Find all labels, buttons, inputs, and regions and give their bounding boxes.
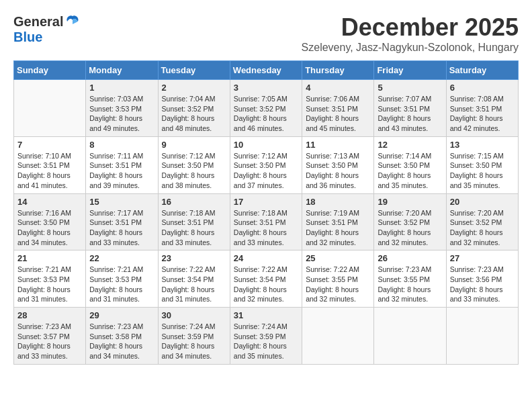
day-number: 13 xyxy=(450,140,515,150)
day-number: 5 xyxy=(378,83,442,93)
day-number: 24 xyxy=(234,253,298,263)
day-info: Sunrise: 7:13 AM Sunset: 3:50 PM Dayligh… xyxy=(306,151,370,191)
day-info: Sunrise: 7:14 AM Sunset: 3:50 PM Dayligh… xyxy=(378,151,442,191)
calendar-day-cell: 29Sunrise: 7:23 AM Sunset: 3:58 PM Dayli… xyxy=(86,308,158,365)
day-number: 9 xyxy=(162,140,226,150)
day-info: Sunrise: 7:23 AM Sunset: 3:58 PM Dayligh… xyxy=(89,322,154,361)
calendar-day-cell xyxy=(302,308,374,365)
day-number: 18 xyxy=(306,197,370,207)
day-info: Sunrise: 7:06 AM Sunset: 3:51 PM Dayligh… xyxy=(306,94,370,134)
logo-bird-icon xyxy=(64,13,81,30)
day-number: 6 xyxy=(450,83,515,93)
calendar-day-cell: 5Sunrise: 7:07 AM Sunset: 3:51 PM Daylig… xyxy=(374,80,446,137)
day-number: 16 xyxy=(162,197,226,207)
calendar-week-row: 7Sunrise: 7:10 AM Sunset: 3:51 PM Daylig… xyxy=(14,136,519,193)
day-number: 7 xyxy=(17,140,82,150)
calendar-day-cell: 12Sunrise: 7:14 AM Sunset: 3:50 PM Dayli… xyxy=(374,136,446,193)
calendar-day-cell: 20Sunrise: 7:20 AM Sunset: 3:52 PM Dayli… xyxy=(446,193,518,250)
calendar-header-cell: Thursday xyxy=(302,61,374,80)
calendar-header-cell: Tuesday xyxy=(158,61,230,80)
day-info: Sunrise: 7:21 AM Sunset: 3:53 PM Dayligh… xyxy=(89,265,154,304)
calendar-day-cell: 10Sunrise: 7:12 AM Sunset: 3:50 PM Dayli… xyxy=(230,136,302,193)
calendar-day-cell: 19Sunrise: 7:20 AM Sunset: 3:52 PM Dayli… xyxy=(374,193,446,250)
day-number: 26 xyxy=(378,253,442,263)
day-info: Sunrise: 7:24 AM Sunset: 3:59 PM Dayligh… xyxy=(162,322,226,361)
day-number: 1 xyxy=(89,83,154,93)
calendar-body: 1Sunrise: 7:03 AM Sunset: 3:53 PM Daylig… xyxy=(14,80,519,365)
day-number: 30 xyxy=(162,310,226,320)
day-info: Sunrise: 7:15 AM Sunset: 3:50 PM Dayligh… xyxy=(450,151,515,191)
calendar-day-cell: 27Sunrise: 7:23 AM Sunset: 3:56 PM Dayli… xyxy=(446,250,518,308)
calendar-day-cell: 6Sunrise: 7:08 AM Sunset: 3:51 PM Daylig… xyxy=(446,80,518,137)
day-number: 8 xyxy=(89,140,154,150)
calendar-header-cell: Saturday xyxy=(446,61,518,80)
calendar-day-cell: 16Sunrise: 7:18 AM Sunset: 3:51 PM Dayli… xyxy=(158,193,230,250)
calendar-header-cell: Friday xyxy=(374,61,446,80)
day-number: 10 xyxy=(234,140,298,150)
logo-general-text: General xyxy=(13,14,63,30)
calendar-day-cell: 22Sunrise: 7:21 AM Sunset: 3:53 PM Dayli… xyxy=(86,250,158,308)
calendar-day-cell: 4Sunrise: 7:06 AM Sunset: 3:51 PM Daylig… xyxy=(302,80,374,137)
day-number: 21 xyxy=(17,253,82,263)
day-number: 11 xyxy=(306,140,370,150)
calendar-table: SundayMondayTuesdayWednesdayThursdayFrid… xyxy=(13,60,519,365)
day-info: Sunrise: 7:20 AM Sunset: 3:52 PM Dayligh… xyxy=(450,208,515,248)
day-info: Sunrise: 7:22 AM Sunset: 3:54 PM Dayligh… xyxy=(162,265,226,304)
day-number: 19 xyxy=(378,197,442,207)
day-info: Sunrise: 7:18 AM Sunset: 3:51 PM Dayligh… xyxy=(162,208,226,248)
calendar-day-cell: 30Sunrise: 7:24 AM Sunset: 3:59 PM Dayli… xyxy=(158,308,230,365)
calendar-day-cell: 7Sunrise: 7:10 AM Sunset: 3:51 PM Daylig… xyxy=(14,136,86,193)
day-info: Sunrise: 7:03 AM Sunset: 3:53 PM Dayligh… xyxy=(89,94,154,134)
calendar-day-cell: 28Sunrise: 7:23 AM Sunset: 3:57 PM Dayli… xyxy=(14,308,86,365)
day-info: Sunrise: 7:22 AM Sunset: 3:54 PM Dayligh… xyxy=(234,265,298,304)
calendar-header-cell: Sunday xyxy=(14,61,86,80)
day-number: 2 xyxy=(162,83,226,93)
month-title: December 2025 xyxy=(302,13,519,42)
day-info: Sunrise: 7:05 AM Sunset: 3:52 PM Dayligh… xyxy=(234,94,298,134)
calendar-day-cell xyxy=(446,308,518,365)
day-info: Sunrise: 7:23 AM Sunset: 3:57 PM Dayligh… xyxy=(17,322,82,361)
day-number: 28 xyxy=(17,310,82,320)
calendar-day-cell: 23Sunrise: 7:22 AM Sunset: 3:54 PM Dayli… xyxy=(158,250,230,308)
day-number: 20 xyxy=(450,197,515,207)
calendar-week-row: 28Sunrise: 7:23 AM Sunset: 3:57 PM Dayli… xyxy=(14,308,519,365)
calendar-day-cell: 13Sunrise: 7:15 AM Sunset: 3:50 PM Dayli… xyxy=(446,136,518,193)
calendar-day-cell: 26Sunrise: 7:23 AM Sunset: 3:55 PM Dayli… xyxy=(374,250,446,308)
logo: General Blue xyxy=(13,13,81,45)
page-header: General Blue December 2025 Szeleveny, Ja… xyxy=(13,13,519,54)
calendar-day-cell: 3Sunrise: 7:05 AM Sunset: 3:52 PM Daylig… xyxy=(230,80,302,137)
day-info: Sunrise: 7:16 AM Sunset: 3:50 PM Dayligh… xyxy=(17,208,82,248)
day-number: 31 xyxy=(234,310,298,320)
day-number: 12 xyxy=(378,140,442,150)
day-info: Sunrise: 7:23 AM Sunset: 3:56 PM Dayligh… xyxy=(450,265,515,304)
day-number: 23 xyxy=(162,253,226,263)
calendar-day-cell: 18Sunrise: 7:19 AM Sunset: 3:51 PM Dayli… xyxy=(302,193,374,250)
calendar-day-cell xyxy=(14,80,86,137)
calendar-week-row: 14Sunrise: 7:16 AM Sunset: 3:50 PM Dayli… xyxy=(14,193,519,250)
day-info: Sunrise: 7:12 AM Sunset: 3:50 PM Dayligh… xyxy=(162,151,226,191)
calendar-day-cell: 25Sunrise: 7:22 AM Sunset: 3:55 PM Dayli… xyxy=(302,250,374,308)
day-info: Sunrise: 7:11 AM Sunset: 3:51 PM Dayligh… xyxy=(89,151,154,191)
day-number: 14 xyxy=(17,197,82,207)
calendar-header-row: SundayMondayTuesdayWednesdayThursdayFrid… xyxy=(14,61,519,80)
day-info: Sunrise: 7:22 AM Sunset: 3:55 PM Dayligh… xyxy=(306,265,370,304)
day-info: Sunrise: 7:08 AM Sunset: 3:51 PM Dayligh… xyxy=(450,94,515,134)
day-info: Sunrise: 7:24 AM Sunset: 3:59 PM Dayligh… xyxy=(234,322,298,361)
day-info: Sunrise: 7:07 AM Sunset: 3:51 PM Dayligh… xyxy=(378,94,442,134)
day-number: 15 xyxy=(89,197,154,207)
day-info: Sunrise: 7:18 AM Sunset: 3:51 PM Dayligh… xyxy=(234,208,298,248)
calendar-week-row: 1Sunrise: 7:03 AM Sunset: 3:53 PM Daylig… xyxy=(14,80,519,137)
calendar-week-row: 21Sunrise: 7:21 AM Sunset: 3:53 PM Dayli… xyxy=(14,250,519,308)
calendar-day-cell: 2Sunrise: 7:04 AM Sunset: 3:52 PM Daylig… xyxy=(158,80,230,137)
day-number: 17 xyxy=(234,197,298,207)
day-number: 25 xyxy=(306,253,370,263)
title-block: December 2025 Szeleveny, Jasz-Nagykun-Sz… xyxy=(302,13,519,54)
day-number: 4 xyxy=(306,83,370,93)
day-number: 3 xyxy=(234,83,298,93)
day-info: Sunrise: 7:19 AM Sunset: 3:51 PM Dayligh… xyxy=(306,208,370,248)
calendar-header-cell: Monday xyxy=(86,61,158,80)
calendar-day-cell: 1Sunrise: 7:03 AM Sunset: 3:53 PM Daylig… xyxy=(86,80,158,137)
calendar-day-cell: 24Sunrise: 7:22 AM Sunset: 3:54 PM Dayli… xyxy=(230,250,302,308)
location-title: Szeleveny, Jasz-Nagykun-Szolonok, Hungar… xyxy=(302,42,519,54)
calendar-day-cell: 17Sunrise: 7:18 AM Sunset: 3:51 PM Dayli… xyxy=(230,193,302,250)
